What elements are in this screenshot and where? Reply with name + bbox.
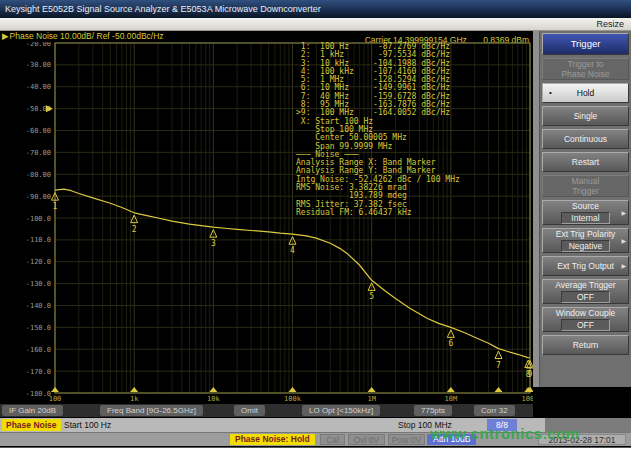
y-axis-tick-label: -180.0 <box>26 390 51 398</box>
status-cell-freq-band-9g-26-5ghz-: Freq Band [9G-26.5GHz] <box>100 405 203 416</box>
x-axis-tick-label: 1k <box>130 395 139 403</box>
x-axis-tick-label: 100M <box>522 395 533 403</box>
y-axis-tick-label: -30.00 <box>26 61 51 69</box>
softkey-label: Phase Noise <box>561 69 609 79</box>
status-cell-omit: Omit <box>234 405 265 416</box>
site-watermark: www.cntronics.com <box>430 425 580 442</box>
active-trace-chip: Phase Noise <box>2 419 61 431</box>
softkey-label: Manual <box>572 176 600 186</box>
softkey-sidebar: Trigger Trigger toPhase Noise•HoldSingle… <box>533 31 631 418</box>
softkey-continuous[interactable]: Continuous <box>542 129 629 149</box>
band-marker-bottom-flag-icon <box>130 387 138 392</box>
band-marker-bottom-flag-icon <box>368 387 376 392</box>
window-titlebar: Keysight E5052B Signal Source Analyzer &… <box>0 0 631 18</box>
softkey-menu-title: Trigger <box>542 33 629 55</box>
softkey-manual-trigger: ManualTrigger <box>542 175 629 197</box>
y-axis-tick-label: -80.00 <box>26 171 51 179</box>
trace-header: ▶Phase Noise 10.00dB/ Ref -50.00dBc/Hz C… <box>0 31 533 42</box>
softkey-label: Restart <box>572 157 599 167</box>
y-axis-tick-label: -20.00 <box>26 42 51 48</box>
softkey-label: Source <box>572 201 599 211</box>
submenu-arrow-icon: ▶ <box>621 236 626 246</box>
marker-number-label: 1 <box>53 202 58 211</box>
y-axis-tick-label: -170.0 <box>26 368 51 376</box>
softkey-ext-trig-polarity[interactable]: Ext Trig PolarityNegative▶ <box>542 228 629 253</box>
softkey-label: Trigger <box>572 186 599 196</box>
softkey-value: Internal <box>561 212 610 224</box>
softkey-label: Hold <box>577 88 594 98</box>
marker-number-label: 3 <box>211 239 216 248</box>
softkey-value: OFF <box>561 291 610 303</box>
marker-number-label: 2 <box>132 225 137 234</box>
selected-bullet-icon: • <box>549 88 552 98</box>
marker-readout-block: 1: 100 Hz -87.2769 dBc/Hz 2: 1 kHz -97.5… <box>296 43 460 217</box>
y-axis-tick-label: -120.0 <box>26 258 51 266</box>
softkey-label: Average Trigger <box>555 280 615 290</box>
x-axis-tick-label: 10k <box>207 395 220 403</box>
marker-number-label: 7 <box>496 361 501 370</box>
softkey-panel: Trigger Trigger toPhase Noise•HoldSingle… <box>540 31 631 387</box>
softkey-source[interactable]: SourceInternal▶ <box>542 200 629 225</box>
band-marker-bottom-flag-icon <box>51 387 59 392</box>
x-axis-tick-label: 1M <box>367 395 375 403</box>
trigger-mode-status: Phase Noise: Hold <box>230 434 315 445</box>
y-axis-tick-label: -70.00 <box>26 149 51 157</box>
softkey-scrollbar[interactable] <box>533 31 540 387</box>
softkey-label: Window Couple <box>556 308 616 318</box>
resize-menu-item[interactable]: Resize <box>596 18 624 30</box>
cal-status: Cal <box>320 434 345 445</box>
y-axis-tick-label: -40.00 <box>26 83 51 91</box>
sweep-start-label: Start 100 Hz <box>64 419 111 432</box>
x-axis-tick-label: 10M <box>445 395 458 403</box>
band-marker-bottom-flag-icon <box>209 387 217 392</box>
y-axis-tick-label: -160.0 <box>26 346 51 354</box>
softkey-restart[interactable]: Restart <box>542 152 629 172</box>
y-axis-tick-label: -130.0 <box>26 280 51 288</box>
app-window: Keysight E5052B Signal Source Analyzer &… <box>0 0 631 448</box>
softkey-hold[interactable]: •Hold <box>542 83 629 103</box>
y-axis-tick-label: -150.0 <box>26 324 51 332</box>
softkey-single[interactable]: Single <box>542 106 629 126</box>
y-axis-tick-label: -110.0 <box>26 236 51 244</box>
measurement-status-bar: IF Gain 20dBFreq Band [9G-26.5GHz]OmitLO… <box>0 404 533 417</box>
status-cell-if-gain-20db: IF Gain 20dB <box>2 405 63 416</box>
softkey-label: Ext Trig Output <box>557 261 614 271</box>
y-axis-tick-label: -140.0 <box>26 302 51 310</box>
trace-scale-label: Phase Noise 10.00dB/ Ref -50.00dBc/Hz <box>10 31 164 41</box>
status-cell-775pts: 775pts <box>414 405 452 416</box>
softkey-value: Negative <box>561 240 610 252</box>
softkey-label: Trigger to <box>567 59 603 69</box>
softkey-label: Continuous <box>564 134 607 144</box>
x-axis-tick-label: 100 <box>49 395 62 403</box>
trace-scale-label-wrap: ▶Phase Noise 10.00dB/ Ref -50.00dBc/Hz <box>2 31 164 42</box>
y-axis-tick-label: -90.00 <box>26 193 51 201</box>
softkey-window-couple[interactable]: Window CoupleOFF <box>542 307 629 332</box>
ovl-status: Ovl 0V <box>348 434 385 445</box>
pow-status: Pow 0V <box>388 434 425 445</box>
trace-select-icon: ▶ <box>2 31 9 41</box>
menu-bar: Resize <box>0 18 631 31</box>
softkey-average-trigger[interactable]: Average TriggerOFF <box>542 279 629 304</box>
marker-number-label: 9 <box>528 370 533 379</box>
softkey-trigger-to-phase-noise: Trigger toPhase Noise <box>542 58 629 80</box>
x-axis-tick-label: 100k <box>284 395 302 403</box>
marker-number-label: 6 <box>448 339 453 348</box>
softkey-ext-trig-output[interactable]: Ext Trig Output▶ <box>542 256 629 276</box>
band-marker-bottom-flag-icon <box>494 387 502 392</box>
softkey-label: Return <box>573 340 599 350</box>
y-axis-tick-label: -60.00 <box>26 127 51 135</box>
softkey-return[interactable]: Return <box>542 335 629 355</box>
submenu-arrow-icon: ▶ <box>621 208 626 218</box>
marker-number-label: 5 <box>369 292 374 301</box>
window-title: Keysight E5052B Signal Source Analyzer &… <box>5 4 321 14</box>
page: Keysight E5052B Signal Source Analyzer &… <box>0 0 631 452</box>
softkey-value: OFF <box>561 319 610 331</box>
marker-number-label: 4 <box>290 246 295 255</box>
band-marker-bottom-flag-icon <box>289 387 297 392</box>
submenu-arrow-icon: ▶ <box>621 261 626 271</box>
y-axis-tick-label: -100.0 <box>26 215 51 223</box>
status-cell-corr-32: Corr 32 <box>474 405 515 416</box>
softkey-label: Ext Trig Polarity <box>556 229 616 239</box>
band-marker-bottom-flag-icon <box>447 387 455 392</box>
softkey-label: Single <box>574 111 598 121</box>
